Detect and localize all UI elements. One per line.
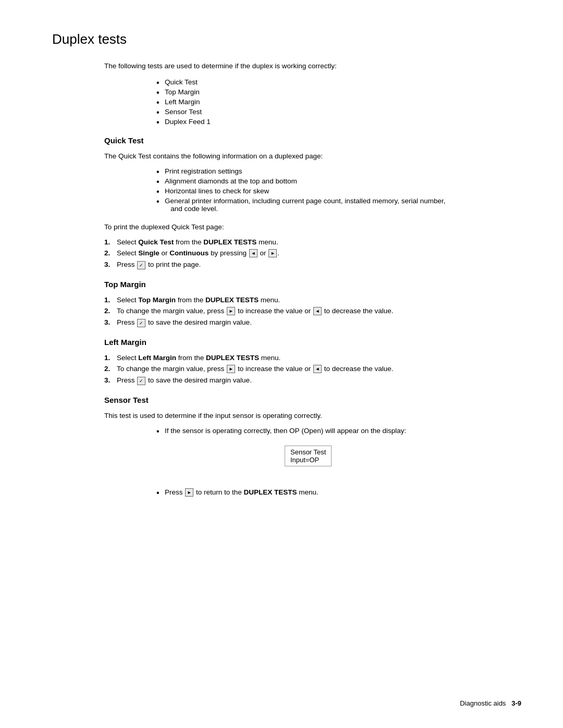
right-key-icon: ►	[227, 307, 235, 315]
list-item: 1. Select Left Margin from the DUPLEX TE…	[104, 354, 521, 362]
list-item: 2. To change the margin value, press ► t…	[104, 307, 521, 315]
list-item: 3. Press ✓ to save the desired margin va…	[104, 318, 521, 327]
section-quick-test: Quick Test The Quick Test contains the f…	[63, 136, 521, 269]
step-number: 2.	[104, 365, 110, 373]
quick-test-heading: Quick Test	[104, 136, 521, 145]
step-number: 3.	[104, 376, 110, 384]
sensor-test-bullets: If the sensor is operating correctly, th…	[156, 427, 521, 470]
list-item: Left Margin	[156, 98, 521, 106]
right-key-icon: ►	[185, 488, 193, 497]
top-margin-steps: 1. Select Top Margin from the DUPLEX TES…	[104, 296, 521, 327]
list-item: General printer information, including c…	[156, 197, 521, 213]
top-margin-heading: Top Margin	[104, 280, 521, 289]
intro-text: The following tests are used to determin…	[104, 62, 521, 70]
left-margin-heading: Left Margin	[104, 338, 521, 347]
step-number: 3.	[104, 318, 110, 326]
display-line-1: Sensor Test	[290, 448, 326, 456]
list-item: Top Margin	[156, 88, 521, 96]
list-item: 1. Select Top Margin from the DUPLEX TES…	[104, 296, 521, 304]
page-title: Duplex tests	[52, 31, 521, 47]
check-key-icon: ✓	[137, 319, 145, 327]
list-item: If the sensor is operating correctly, th…	[156, 427, 521, 470]
list-item: 2. Select Single or Continuous by pressi…	[104, 249, 521, 257]
list-item: Print registration settings	[156, 167, 521, 175]
quick-test-steps: 1. Select Quick Test from the DUPLEX TES…	[104, 238, 521, 269]
list-item: 3. Press ✓ to save the desired margin va…	[104, 376, 521, 385]
left-margin-steps: 1. Select Left Margin from the DUPLEX TE…	[104, 354, 521, 385]
footer-text: Diagnostic aids 3-9	[460, 699, 521, 707]
page-footer: Diagnostic aids 3-9	[460, 699, 521, 707]
sensor-test-intro: This test is used to determine if the in…	[104, 412, 521, 419]
quick-test-intro: The Quick Test contains the following in…	[104, 152, 521, 160]
section-sensor-test: Sensor Test This test is used to determi…	[63, 396, 521, 497]
step-number: 2.	[104, 307, 110, 315]
page: Duplex tests The following tests are use…	[0, 0, 563, 728]
right-key-icon: ►	[268, 249, 277, 257]
check-key-icon: ✓	[137, 377, 145, 385]
sensor-test-heading: Sensor Test	[104, 396, 521, 404]
left-key-icon: ◄	[313, 365, 322, 373]
step-number: 1.	[104, 354, 110, 362]
list-item: Horizontal lines to check for skew	[156, 187, 521, 195]
left-key-icon: ◄	[249, 249, 258, 257]
section-left-margin: Left Margin 1. Select Left Margin from t…	[63, 338, 521, 385]
quick-test-pre-steps: To print the duplexed Quick Test page:	[104, 223, 521, 231]
step-number: 1.	[104, 238, 110, 246]
step-number: 3.	[104, 261, 110, 268]
intro-bullet-list: Quick Test Top Margin Left Margin Sensor…	[156, 78, 521, 126]
step-number: 2.	[104, 249, 110, 257]
list-item: Alignment diamonds at the top and bottom	[156, 177, 521, 185]
sensor-display-box: Sensor Test Input=OP	[285, 446, 332, 466]
display-line-2: Input=OP	[290, 456, 326, 464]
right-key-icon: ►	[227, 365, 235, 373]
section-top-margin: Top Margin 1. Select Top Margin from the…	[63, 280, 521, 327]
list-item: 2. To change the margin value, press ► t…	[104, 365, 521, 373]
sensor-press-bullet: Press ► to return to the DUPLEX TESTS me…	[156, 488, 521, 497]
list-item: Press ► to return to the DUPLEX TESTS me…	[156, 488, 521, 497]
list-item: Quick Test	[156, 78, 521, 86]
step-number: 1.	[104, 296, 110, 304]
list-item: Sensor Test	[156, 108, 521, 116]
list-item: 3. Press ✓ to print the page.	[104, 261, 521, 269]
list-item: Duplex Feed 1	[156, 118, 521, 126]
list-item: 1. Select Quick Test from the DUPLEX TES…	[104, 238, 521, 246]
quick-test-bullets: Print registration settings Alignment di…	[156, 167, 521, 213]
left-key-icon: ◄	[313, 307, 322, 315]
check-key-icon: ✓	[137, 261, 145, 269]
